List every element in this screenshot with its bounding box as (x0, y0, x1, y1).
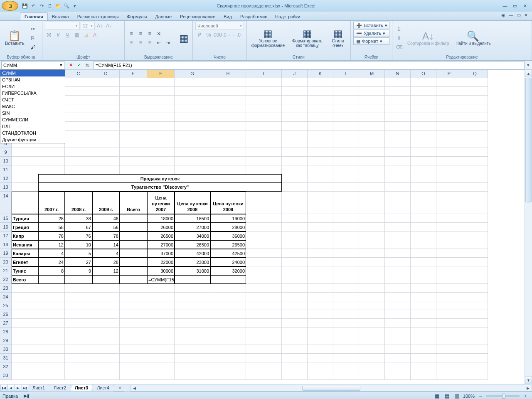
cell[interactable] (246, 310, 282, 319)
cell[interactable] (436, 131, 462, 139)
cell[interactable] (282, 131, 308, 139)
cell[interactable] (411, 157, 436, 165)
shrink-font-icon[interactable]: A↓ (105, 22, 113, 30)
cell[interactable] (359, 87, 385, 96)
cell[interactable] (436, 232, 462, 240)
cell[interactable] (436, 354, 462, 362)
cell[interactable] (65, 78, 92, 87)
cell[interactable] (175, 310, 210, 319)
row-header[interactable]: 22 (0, 275, 12, 284)
col-header[interactable]: C (65, 70, 92, 78)
row-header[interactable]: 18 (0, 240, 12, 249)
cell[interactable] (308, 362, 333, 371)
cell[interactable] (92, 293, 120, 301)
cell[interactable] (120, 345, 147, 354)
cell[interactable] (436, 362, 462, 371)
cell[interactable] (246, 104, 282, 113)
cell[interactable] (12, 319, 38, 328)
align-center-icon[interactable]: ≡ (136, 39, 145, 47)
format-cells-button[interactable]: ▦Формат▾ (353, 37, 389, 45)
cell[interactable] (385, 78, 411, 87)
cell[interactable] (411, 328, 436, 336)
cell[interactable] (359, 310, 385, 319)
cell[interactable] (282, 345, 308, 354)
cell[interactable] (359, 371, 385, 380)
cell[interactable] (282, 310, 308, 319)
open-icon[interactable]: 📂 (55, 2, 62, 9)
cell[interactable] (411, 284, 436, 293)
cell[interactable] (65, 293, 92, 301)
cell[interactable] (436, 275, 462, 284)
cell[interactable] (333, 183, 359, 192)
col-header[interactable]: K (308, 70, 333, 78)
cell[interactable] (12, 165, 38, 174)
cell[interactable]: 78 (92, 232, 120, 240)
cell[interactable] (38, 275, 65, 284)
cell[interactable] (210, 165, 246, 174)
col-header[interactable]: I (246, 70, 282, 78)
cell[interactable] (385, 301, 411, 310)
fill-color-icon[interactable]: ◢ (81, 31, 90, 39)
cell[interactable] (147, 284, 175, 293)
cell[interactable] (147, 371, 175, 380)
autosum-icon[interactable]: Σ (395, 25, 403, 33)
cell[interactable] (308, 249, 333, 258)
row-header[interactable]: 28 (0, 328, 12, 336)
cell[interactable] (411, 214, 436, 223)
macro-record-icon[interactable]: ▶▮ (24, 393, 30, 399)
cell[interactable] (333, 139, 359, 148)
cell[interactable] (282, 328, 308, 336)
cell[interactable] (246, 293, 282, 301)
tab-data[interactable]: Данные (151, 13, 176, 20)
cell[interactable] (462, 328, 488, 336)
cell[interactable] (92, 165, 120, 174)
cell[interactable] (92, 122, 120, 131)
cell[interactable] (411, 122, 436, 131)
cell[interactable] (65, 148, 92, 157)
cell[interactable]: 56 (92, 223, 120, 232)
cell[interactable] (359, 345, 385, 354)
cell[interactable]: 42500 (210, 249, 246, 258)
cell[interactable] (175, 293, 210, 301)
cell[interactable] (282, 174, 308, 183)
cell[interactable] (175, 301, 210, 310)
cell[interactable] (12, 301, 38, 310)
cell[interactable] (246, 362, 282, 371)
cell[interactable] (436, 301, 462, 310)
cell[interactable] (308, 96, 333, 104)
cell[interactable] (38, 328, 65, 336)
cell[interactable] (147, 301, 175, 310)
cell[interactable] (359, 122, 385, 131)
cell[interactable] (333, 362, 359, 371)
cell[interactable] (436, 165, 462, 174)
cell-styles-button[interactable]: ▦Стили ячеек (328, 28, 348, 49)
cell[interactable] (411, 192, 436, 214)
cell[interactable] (147, 131, 175, 139)
cell[interactable]: 23000 (175, 258, 210, 266)
cell[interactable] (210, 284, 246, 293)
cell[interactable] (65, 139, 92, 148)
cell[interactable]: 10 (65, 240, 92, 249)
cell[interactable]: 28 (92, 258, 120, 266)
cell[interactable] (333, 87, 359, 96)
cell[interactable]: Греция (12, 223, 38, 232)
scroll-down-icon[interactable]: ▼ (525, 377, 532, 384)
cell[interactable] (308, 214, 333, 223)
cell[interactable] (246, 131, 282, 139)
cell[interactable] (246, 319, 282, 328)
cell[interactable] (436, 214, 462, 223)
cell[interactable] (385, 275, 411, 284)
cell[interactable] (462, 165, 488, 174)
cell[interactable] (210, 104, 246, 113)
cell[interactable] (462, 293, 488, 301)
cell[interactable] (462, 148, 488, 157)
cell[interactable] (462, 319, 488, 328)
cell[interactable] (210, 87, 246, 96)
cell[interactable]: 36000 (210, 232, 246, 240)
zoom-slider[interactable] (486, 395, 520, 397)
cell[interactable] (359, 113, 385, 122)
cell[interactable] (385, 131, 411, 139)
zoom-level[interactable]: 100% (463, 394, 475, 399)
cell[interactable] (462, 157, 488, 165)
cell[interactable] (65, 284, 92, 293)
